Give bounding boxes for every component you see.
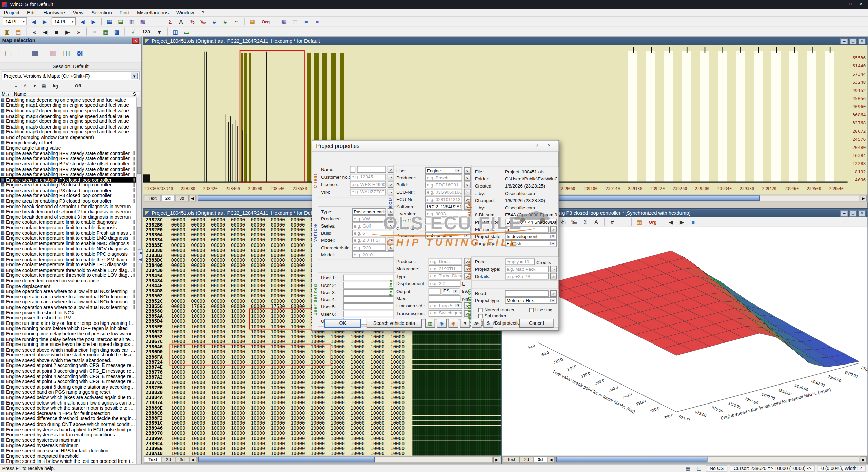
hex-cell[interactable]: 00000 xyxy=(171,227,191,232)
hex-cell[interactable]: 10000 xyxy=(171,446,191,451)
hex-cell[interactable]: 10000 xyxy=(211,446,231,451)
hex-cell[interactable]: 00000 xyxy=(191,308,211,314)
maximize-button[interactable]: □ xyxy=(849,210,857,216)
hex-cell[interactable]: 00000 xyxy=(191,247,211,253)
hex-cell[interactable]: 00000 xyxy=(291,217,311,222)
map-list-item[interactable]: Engine area for enabling BPV steady stat… xyxy=(0,166,136,172)
field-detail-button-read[interactable]: > xyxy=(550,290,557,297)
map-list-item[interactable]: Engine displacement xyxy=(0,283,136,289)
hex-cell[interactable]: 10000 xyxy=(331,451,351,455)
hex-cell[interactable]: 10000 xyxy=(331,405,351,410)
map-list-item[interactable]: Enabling map depending on engine speed a… xyxy=(0,97,136,103)
prev-row-button[interactable]: ◀ xyxy=(78,17,87,26)
checkbox-box[interactable] xyxy=(478,314,483,318)
hex-cell[interactable]: 10000 xyxy=(291,446,311,451)
hex-cell[interactable]: 10000 xyxy=(311,354,331,359)
map-list-item[interactable]: Engine speed above which the starter mot… xyxy=(0,352,136,358)
hex-cell[interactable]: 00000 xyxy=(251,227,271,232)
hex-cell[interactable]: 00000 xyxy=(271,257,291,263)
hex-cell[interactable]: 10000 xyxy=(171,318,191,324)
surface-color-button[interactable]: ■ xyxy=(688,217,698,226)
hex-cell[interactable]: 10000 xyxy=(211,308,231,314)
hex-cell[interactable]: 10000 xyxy=(171,425,191,431)
hex-cell[interactable]: 10000 xyxy=(211,410,231,415)
map-list-item[interactable]: Engine run time after key on for air tem… xyxy=(0,320,136,326)
field-input-price[interactable]: empty = 10 xyxy=(505,258,535,265)
hex-cell[interactable]: 00000 xyxy=(251,232,271,237)
field-input-producer[interactable]: e.g. VW xyxy=(352,215,386,222)
hex-cell[interactable]: 10000 xyxy=(251,369,271,375)
map-list-item[interactable]: Engine speed hysteresis maximum xyxy=(0,437,136,443)
hex-cell[interactable]: 10000 xyxy=(191,369,211,375)
hex-cell[interactable]: 10000 xyxy=(231,425,251,431)
hex-cell[interactable]: 00000 xyxy=(211,252,231,258)
hex-cell[interactable]: 10000 xyxy=(171,354,191,359)
hex-cell[interactable]: 10000 xyxy=(331,415,351,420)
map-list-item[interactable]: Engine area for enabling P3 closed loop … xyxy=(0,193,136,198)
hex-cell[interactable]: 10000 xyxy=(370,430,390,436)
hex-cell[interactable]: 17530 xyxy=(271,303,291,309)
collapse-button[interactable]: – xyxy=(2,82,11,90)
more-button[interactable]: ▼ xyxy=(155,27,164,36)
hex-cell[interactable]: 00000 xyxy=(231,252,251,258)
hex-cell[interactable]: 10000 xyxy=(331,440,351,446)
field-input-build[interactable]: e.g. EDC16C31 xyxy=(425,182,462,189)
map-list-item[interactable]: Engine speed limit below which the test … xyxy=(0,458,136,464)
hex-cell[interactable]: 10000 xyxy=(291,339,311,344)
hex-cell[interactable]: 10000 xyxy=(231,313,251,319)
hex-cell[interactable]: 00000 xyxy=(251,262,271,268)
cancel-button[interactable]: Cancel xyxy=(519,319,553,328)
hex-cell[interactable]: 00000 xyxy=(231,217,251,222)
hex-cell[interactable]: 00000 xyxy=(191,222,211,227)
original-toggle-button[interactable]: Org xyxy=(258,17,273,26)
hex-cell[interactable]: 00000 xyxy=(191,242,211,248)
scroll-left-button[interactable]: ◀ xyxy=(189,456,196,463)
hex-cell[interactable]: 00000 xyxy=(271,278,291,283)
map-list-item[interactable]: Engine break demand of setpoint 2 for di… xyxy=(0,209,136,214)
hex-cell[interactable]: 10000 xyxy=(370,359,390,365)
hex-cell[interactable]: 10000 xyxy=(291,359,311,365)
text-view-button[interactable]: ▤ xyxy=(116,17,125,26)
hex-cell[interactable]: 10000 xyxy=(271,446,291,451)
hex-cell[interactable]: 10000 xyxy=(191,313,211,319)
hex-cell[interactable]: 00000 xyxy=(191,268,211,273)
hex-cell[interactable]: 10000 xyxy=(171,430,191,436)
hex-cell[interactable]: 10000 xyxy=(370,410,390,415)
hex-cell[interactable]: 10000 xyxy=(370,451,390,455)
map-list-scrollbar[interactable] xyxy=(136,97,141,464)
hex-cell[interactable]: 10000 xyxy=(251,420,271,426)
hex-cell[interactable]: 10000 xyxy=(390,369,410,375)
hex-cell[interactable]: 10000 xyxy=(251,405,271,410)
hex-cell[interactable]: 10000 xyxy=(271,349,291,354)
hex-cell[interactable]: 10000 xyxy=(271,405,291,410)
chevron-down-icon[interactable]: ▼ xyxy=(550,299,555,302)
hex-cell[interactable]: 10000 xyxy=(271,415,291,420)
online-sync-button[interactable]: ◉ xyxy=(437,319,447,328)
map-list-item[interactable]: Engine coolant temperature limit to enab… xyxy=(0,241,136,246)
hex-cell[interactable]: 10000 xyxy=(191,374,211,380)
map-list-item[interactable]: Engine coolant temperature threshold to … xyxy=(0,273,136,278)
hex-cell[interactable]: 10000 xyxy=(171,451,191,455)
curve-filter-button[interactable]: ~ xyxy=(62,82,71,90)
hex-cell[interactable]: 10000 xyxy=(350,400,370,405)
scroll-left-button[interactable]: ◀ xyxy=(189,195,196,202)
hex-cell[interactable]: 10000 xyxy=(370,334,390,339)
hex-cell[interactable]: 10000 xyxy=(191,430,211,436)
hex-cell[interactable]: 00000 xyxy=(231,222,251,227)
hex-cell[interactable]: 10000 xyxy=(231,359,251,365)
hex-cell[interactable]: 00000 xyxy=(171,273,191,278)
hex-cell[interactable]: 10000 xyxy=(390,440,410,446)
field-input-characteristic[interactable]: e.g. R20 xyxy=(352,244,386,251)
hex-cell[interactable]: 00000 xyxy=(271,298,291,303)
hex-cell[interactable]: 10000 xyxy=(211,400,231,405)
hex-cell[interactable]: 10000 xyxy=(331,349,351,354)
hex-cell[interactable]: 10000 xyxy=(251,379,271,385)
column-header-name[interactable]: Name xyxy=(12,91,131,98)
hex-cell[interactable]: 10000 xyxy=(231,369,251,375)
hex-cell[interactable]: 00000 xyxy=(171,283,191,288)
next-column-button[interactable]: ▶ xyxy=(40,17,50,26)
hex-cell[interactable]: 10000 xyxy=(251,400,271,405)
menu-selection[interactable]: Selection xyxy=(87,8,116,16)
hex-cell[interactable]: 10000 xyxy=(231,374,251,380)
field-input-user-4[interactable] xyxy=(343,296,394,303)
